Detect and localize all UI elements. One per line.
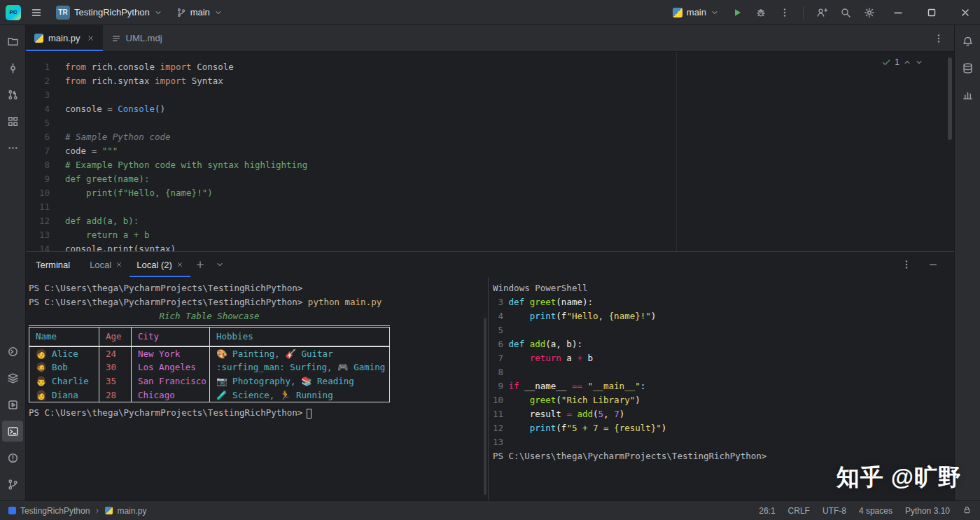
tab-label: main.py	[48, 33, 80, 43]
tab-options-button[interactable]	[929, 29, 948, 48]
close-tab-icon[interactable]	[115, 261, 122, 268]
breadcrumb: TestingRichPython main.py	[8, 506, 146, 516]
project-tool-button[interactable]	[2, 31, 23, 52]
cell-age: 30	[99, 360, 132, 374]
structure-tool-button[interactable]	[2, 111, 23, 132]
hide-terminal-button[interactable]	[923, 255, 943, 274]
gear-icon	[864, 7, 875, 18]
search-everywhere-button[interactable]	[836, 3, 855, 22]
table-header-row: Name Age City Hobbies	[29, 327, 390, 346]
close-button[interactable]	[951, 0, 980, 25]
close-tab-icon[interactable]	[87, 34, 94, 42]
services-tool-button[interactable]	[2, 394, 23, 415]
bug-icon	[755, 7, 766, 18]
col-header-age: Age	[99, 327, 132, 346]
code-line: 6# Sample Python code	[26, 130, 954, 144]
cell-city: New York	[132, 346, 210, 360]
project-widget[interactable]: TR TestingRichPython	[52, 3, 167, 22]
problems-tool-button[interactable]	[2, 447, 23, 468]
statusbar: TestingRichPython main.py 26:1 CRLF UTF-…	[0, 500, 980, 520]
tab-main-py[interactable]: main.py	[26, 25, 103, 51]
code-line: 4 print(f"Hello, {name}!")	[493, 309, 954, 323]
plus-icon	[195, 260, 205, 269]
editor[interactable]: 1from rich.console import Console2from r…	[26, 52, 954, 251]
hamburger-icon	[31, 7, 42, 18]
titlebar-divider	[803, 6, 804, 19]
code-with-me-button[interactable]	[812, 3, 832, 22]
main-menu-button[interactable]	[27, 3, 46, 22]
run-config-selector[interactable]: main	[668, 5, 723, 20]
col-header-name: Name	[29, 327, 99, 346]
pycharm-window: { "titlebar": { "project_badge": "TR", "…	[0, 0, 980, 520]
folder-icon	[7, 36, 19, 48]
chevron-down-icon	[710, 8, 719, 17]
code-line: 7code = """	[26, 144, 954, 158]
packages-icon	[7, 372, 19, 384]
code-line: 3 def greet(name):	[493, 295, 954, 309]
lock-icon	[962, 505, 972, 514]
database-tool-button[interactable]	[957, 57, 978, 78]
more-actions-button[interactable]	[775, 3, 794, 22]
file-lines-icon	[111, 34, 121, 43]
indent-style[interactable]: 4 spaces	[859, 506, 892, 516]
chevron-down-icon[interactable]	[915, 58, 923, 66]
right-margin-guide	[676, 52, 677, 251]
code-line: 11 result = add(5, 7)	[493, 407, 954, 421]
code-line: PS C:\Users\thega\PycharmProjects\Testin…	[493, 449, 954, 463]
terminal-tab-local-2[interactable]: Local (2)	[130, 252, 190, 277]
inspection-widget[interactable]: 1	[881, 57, 923, 67]
terminal-type-dropdown[interactable]	[210, 255, 230, 274]
watermark: 知乎 @旷野	[836, 462, 962, 493]
line-endings[interactable]: CRLF	[788, 506, 810, 516]
terminal-options-button[interactable]	[897, 255, 916, 274]
python-packages-tool-button[interactable]	[2, 367, 23, 388]
tab-label: UML.mdj	[126, 33, 162, 43]
code-line: 1from rich.console import Console	[26, 60, 954, 74]
code-line: 9def greet(name):	[26, 172, 954, 186]
terminal-left-pane[interactable]: PS C:\Users\thega\PycharmProjects\Testin…	[26, 277, 488, 500]
settings-button[interactable]	[860, 3, 879, 22]
breadcrumb-project[interactable]: TestingRichPython	[20, 506, 90, 516]
new-terminal-button[interactable]	[190, 255, 210, 274]
tab-uml-mdj[interactable]: UML.mdj	[103, 25, 171, 51]
readonly-toggle[interactable]	[962, 505, 972, 517]
terminal-icon	[7, 426, 19, 437]
terminal-tool-button[interactable]	[2, 421, 23, 442]
search-icon	[840, 7, 851, 18]
close-tab-icon[interactable]	[176, 261, 183, 268]
run-button[interactable]	[727, 3, 747, 22]
bell-icon	[962, 36, 974, 48]
cell-age: 24	[99, 346, 132, 360]
maximize-button[interactable]	[917, 0, 946, 25]
problems-icon	[7, 452, 19, 464]
pull-requests-tool-button[interactable]	[2, 84, 23, 105]
kebab-icon	[901, 259, 912, 270]
vcs-branch-widget[interactable]: main	[172, 5, 227, 20]
table-row: 🧑 Alice 24 New York 🎨 Painting, 🎸 Guitar	[29, 346, 390, 360]
terminal-tab-local[interactable]: Local	[83, 252, 130, 277]
commit-tool-button[interactable]	[2, 57, 23, 78]
cell-hobbies: 🎨 Painting, 🎸 Guitar	[210, 346, 390, 360]
project-icon	[8, 507, 16, 514]
file-encoding[interactable]: UTF-8	[822, 506, 846, 516]
terminal-scrollbar[interactable]	[484, 318, 486, 495]
notifications-tool-button[interactable]	[957, 31, 978, 52]
code-line: 11	[26, 200, 954, 214]
python-file-icon	[673, 8, 682, 17]
col-header-hobbies: Hobbies	[210, 327, 390, 346]
chart-tool-button[interactable]	[957, 84, 978, 105]
editor-scrollbar[interactable]	[948, 57, 952, 140]
more-tool-windows-button[interactable]	[2, 137, 23, 158]
chevron-down-icon	[214, 8, 223, 17]
debug-button[interactable]	[751, 3, 771, 22]
caret-position[interactable]: 26:1	[759, 506, 775, 516]
version-control-tool-button[interactable]	[2, 474, 23, 495]
inspection-count: 1	[895, 57, 899, 67]
cell-hobbies: :surfing_man: Surfing, 🎮 Gaming	[210, 360, 390, 374]
project-avatar: TR	[56, 6, 70, 20]
python-console-tool-button[interactable]	[2, 341, 23, 362]
minimize-button[interactable]	[883, 0, 913, 25]
python-interpreter[interactable]: Python 3.10	[905, 506, 950, 516]
breadcrumb-file[interactable]: main.py	[117, 506, 146, 516]
chevron-up-icon[interactable]	[903, 58, 911, 66]
